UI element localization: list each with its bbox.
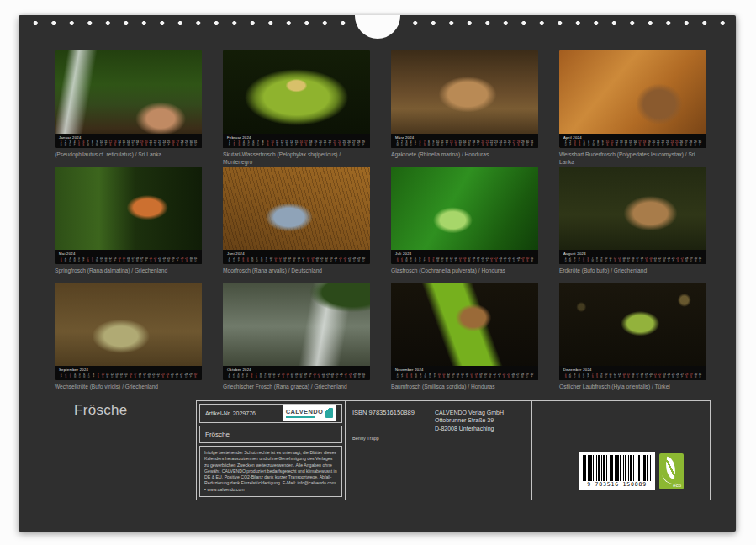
- eco-label: eco: [673, 483, 681, 488]
- month-photo-oktober: Oktober 2024 1M2D3M4D5F6S7S8M9D10M11D12F…: [223, 283, 370, 380]
- mini-calendar-days: 1M2D3M4D5F6S7S8M9D10M11D12F13S14S15M16D1…: [395, 141, 534, 147]
- mini-calendar-month-label: Juli 2024: [395, 251, 534, 256]
- mini-calendar-strip: März 2024 1M2D3M4D5F6S7S8M9D10M11D12F13S…: [391, 134, 538, 148]
- mini-calendar-strip: Januar 2024 1D2M3D4F5S6S7M8D9M10D11F12S1…: [55, 134, 202, 148]
- mini-calendar-month-label: November 2024: [395, 368, 534, 372]
- mini-calendar-strip: September 2024 1F2S3S4M5D6M7D8F9S10S11M1…: [55, 366, 202, 380]
- month-cell-november: November 2024 1D2F3S4S5M6D7M8D9F10S11S12…: [391, 283, 538, 399]
- month-thumbnail-grid: Januar 2024 1D2M3D4F5S6S7M8D9M10D11F12S1…: [55, 50, 706, 399]
- calvendo-logo-text: CALVENDO: [286, 409, 324, 415]
- mini-calendar-days: 1S2M3D4M5D6F7S8S9M10D11M12D13F14S15S16M1…: [59, 257, 198, 263]
- barcode-digits: 9 783516 150889: [583, 481, 651, 488]
- info-column-barcode: 9 783516 150889 eco: [532, 401, 710, 500]
- mini-calendar-strip: August 2024 1D2M3D4F5S6S7M8D9M10D11F12S1…: [559, 250, 706, 264]
- month-cell-dezember: Dezember 2024 1S2M3D4M5D6F7S8S9M10D11M12…: [559, 283, 706, 399]
- month-cell-september: September 2024 1F2S3S4M5D6M7D8F9S10S11M1…: [55, 283, 202, 399]
- mini-calendar-month-label: Februar 2024: [227, 135, 366, 140]
- month-cell-mai: Mai 2024 1S2M3D4M5D6F7S8S9M10D11M12D13F1…: [55, 167, 202, 283]
- mini-calendar-days: 1S2S3M4D5M6D7F8S9S10M11D12M13D14F15S16S1…: [395, 257, 534, 263]
- mini-calendar-month-label: August 2024: [563, 251, 702, 256]
- month-caption: Glasfrosch (Cochranella pulverata) / Hon…: [391, 267, 538, 275]
- publisher-line: CALVENDO Verlag GmbH: [435, 409, 504, 416]
- calvendo-logo-tagline-bar: [286, 416, 315, 418]
- month-photo-februar: Februar 2024 1F2S3S4M5D6M7D8F9S10S11M12D…: [223, 50, 370, 148]
- month-cell-juni: Juni 2024 1M2D3F4S5S6M7D8M9D10F11S12S13M…: [223, 167, 370, 283]
- month-photo-januar: Januar 2024 1D2M3D4F5S6S7M8D9M10D11F12S1…: [55, 50, 202, 148]
- month-cell-oktober: Oktober 2024 1M2D3M4D5F6S7S8M9D10M11D12F…: [223, 283, 370, 399]
- month-cell-juli: Juli 2024 1S2S3M4D5M6D7F8S9S10M11D12M13D…: [391, 167, 538, 283]
- mini-calendar-strip: Mai 2024 1S2M3D4M5D6F7S8S9M10D11M12D13F1…: [55, 250, 202, 264]
- month-cell-februar: Februar 2024 1F2S3S4M5D6M7D8F9S10S11M12D…: [223, 50, 370, 167]
- mini-calendar-month-label: September 2024: [59, 368, 198, 372]
- article-number-cell: Artikel-Nr. 2029776 CALVENDO: [199, 404, 342, 423]
- month-caption: Erdkröte (Bufo bufo) / Griechenland: [559, 267, 706, 275]
- series-title-cell: Frösche: [199, 426, 342, 443]
- month-cell-maerz: März 2024 1M2D3M4D5F6S7S8M9D10M11D12F13S…: [391, 50, 538, 167]
- calvendo-logo-mark-icon: [325, 408, 333, 418]
- info-column-article: Artikel-Nr. 2029776 CALVENDO Frösche Inf…: [197, 401, 346, 500]
- month-photo-august: August 2024 1D2M3D4F5S6S7M8D9M10D11F12S1…: [559, 167, 706, 264]
- month-caption: Wechselkröte (Bufo viridis) / Griechenla…: [55, 384, 202, 391]
- mini-calendar-month-label: Dezember 2024: [563, 368, 702, 372]
- month-cell-januar: Januar 2024 1D2M3D4F5S6S7M8D9M10D11F12S1…: [55, 50, 202, 167]
- article-number: Artikel-Nr. 2029776: [205, 410, 256, 416]
- month-caption: Baumfrosch (Smilisca sordida) / Honduras: [391, 384, 538, 391]
- mini-calendar-days: 1F2S3S4M5D6M7D8F9S10S11M12D13M14D15F16S1…: [227, 141, 366, 147]
- mini-calendar-month-label: März 2024: [395, 135, 534, 140]
- mini-calendar-month-label: Oktober 2024: [227, 368, 366, 372]
- month-photo-juni: Juni 2024 1M2D3F4S5S6M7D8M9D10F11S12S13M…: [223, 167, 370, 264]
- mini-calendar-month-label: Mai 2024: [59, 251, 198, 256]
- month-photo-april: April 2024 1D2F3S4S5M6D7M8D9F10S11S12M13…: [559, 50, 706, 148]
- page-title: Frösche: [74, 402, 128, 419]
- ean-barcode: 9 783516 150889: [579, 452, 655, 490]
- mini-calendar-strip: Februar 2024 1F2S3S4M5D6M7D8F9S10S11M12D…: [223, 134, 370, 148]
- calvendo-logo: CALVENDO: [283, 405, 336, 421]
- hanger-hole: [355, 15, 400, 39]
- barcode-bars: [583, 455, 651, 481]
- mini-calendar-days: 1M2D3M4D5F6S7S8M9D10M11D12F13S14S15M16D1…: [227, 373, 366, 379]
- mini-calendar-days: 1D2F3S4S5M6D7M8D9F10S11S12M13D14M15D16F1…: [395, 373, 534, 379]
- month-photo-maerz: März 2024 1M2D3M4D5F6S7S8M9D10M11D12F13S…: [391, 50, 538, 148]
- month-photo-dezember: Dezember 2024 1S2M3D4M5D6F7S8S9M10D11M12…: [559, 283, 706, 380]
- month-caption: Moorfrosch (Rana arvalis) / Deutschland: [223, 267, 370, 275]
- publisher-address: CALVENDO Verlag GmbH Ottobrunner Straße …: [435, 409, 504, 432]
- mini-calendar-month-label: Juni 2024: [227, 251, 366, 256]
- month-photo-juli: Juli 2024 1S2S3M4D5M6D7F8S9S10M11D12M13D…: [391, 167, 538, 264]
- mini-calendar-month-label: Januar 2024: [59, 135, 198, 140]
- mini-calendar-strip: April 2024 1D2F3S4S5M6D7M8D9F10S11S12M13…: [559, 134, 706, 148]
- month-caption: Agakroete (Rhinella marina) / Honduras: [391, 151, 538, 159]
- mini-calendar-days: 1D2M3D4F5S6S7M8D9M10D11F12S13S14M15D16M1…: [563, 257, 702, 263]
- eco-logo: eco: [659, 453, 684, 489]
- isbn-number: ISBN 9783516150889: [352, 409, 415, 416]
- legal-text-cell: Infolge bestehender Schutzrechte ist es …: [199, 446, 342, 497]
- mini-calendar-days: 1D2F3S4S5M6D7M8D9F10S11S12M13D14M15D16F1…: [563, 141, 702, 147]
- mini-calendar-days: 1M2D3F4S5S6M7D8M9D10F11S12S13M14D15M16D1…: [227, 257, 366, 263]
- month-photo-mai: Mai 2024 1S2M3D4M5D6F7S8S9M10D11M12D13F1…: [55, 167, 202, 264]
- month-caption: (Pseudophilautus cf. reticulatus) / Sri …: [55, 151, 202, 159]
- month-caption: Springfrosch (Rana dalmatina) / Griechen…: [55, 267, 202, 275]
- month-caption: Weissbart Ruderfrosch (Polypedates leuco…: [559, 151, 706, 167]
- mini-calendar-days: 1F2S3S4M5D6M7D8F9S10S11M12D13M14D15F16S1…: [59, 373, 198, 379]
- mini-calendar-strip: November 2024 1D2F3S4S5M6D7M8D9F10S11S12…: [391, 366, 538, 380]
- info-column-publisher: ISBN 9783516150889 CALVENDO Verlag GmbH …: [346, 401, 532, 500]
- publisher-line: D-82008 Unterhaching: [435, 425, 504, 432]
- month-cell-august: August 2024 1D2M3D4F5S6S7M8D9M10D11F12S1…: [559, 167, 706, 283]
- mini-calendar-strip: Juli 2024 1S2S3M4D5M6D7F8S9S10M11D12M13D…: [391, 250, 538, 264]
- mini-calendar-strip: Oktober 2024 1M2D3M4D5F6S7S8M9D10M11D12F…: [223, 366, 370, 380]
- month-caption: Östlicher Laubfrosch (Hyla orientalis) /…: [559, 384, 706, 391]
- mini-calendar-strip: Juni 2024 1M2D3F4S5S6M7D8M9D10F11S12S13M…: [223, 250, 370, 264]
- mini-calendar-strip: Dezember 2024 1S2M3D4M5D6F7S8S9M10D11M12…: [559, 366, 706, 380]
- month-photo-november: November 2024 1D2F3S4S5M6D7M8D9F10S11S12…: [391, 283, 538, 380]
- mini-calendar-month-label: April 2024: [563, 135, 702, 140]
- author-name: Benny Trapp: [352, 436, 379, 441]
- month-photo-september: September 2024 1F2S3S4M5D6M7D8F9S10S11M1…: [55, 283, 202, 380]
- mini-calendar-days: 1S2M3D4M5D6F7S8S9M10D11M12D13F14S15S16M1…: [563, 373, 702, 379]
- mini-calendar-days: 1D2M3D4F5S6S7M8D9M10D11F12S13S14M15D16M1…: [59, 141, 198, 147]
- month-caption: Griechischer Frosch (Rana graeca) / Grie…: [223, 384, 370, 391]
- calendar-back-page: Januar 2024 1D2M3D4F5S6S7M8D9M10D11F12S1…: [19, 15, 736, 532]
- product-info-box: Artikel-Nr. 2029776 CALVENDO Frösche Inf…: [196, 400, 711, 500]
- month-cell-april: April 2024 1D2F3S4S5M6D7M8D9F10S11S12M13…: [559, 50, 706, 167]
- month-caption: Skutari-Wasserfrosch (Pelophylax shqiper…: [223, 151, 370, 167]
- publisher-line: Ottobrunner Straße 39: [435, 416, 504, 424]
